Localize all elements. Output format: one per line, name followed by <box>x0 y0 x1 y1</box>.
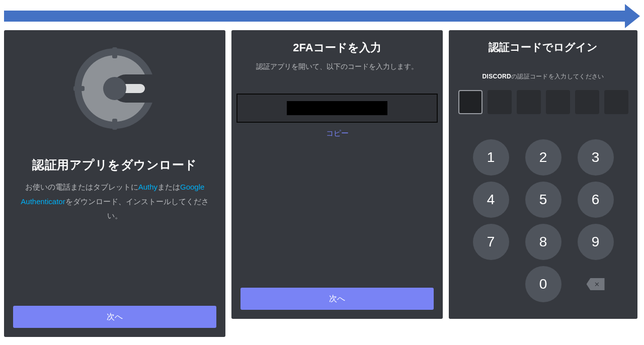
keypad-9[interactable]: 9 <box>578 224 614 260</box>
code-digit-5[interactable] <box>575 90 599 114</box>
numeric-keypad: 1234567890 <box>468 139 618 303</box>
keypad-2[interactable]: 2 <box>525 139 561 176</box>
panel1-description: お使いの電話またはタブレットにAuthyまたはGoogle Authentica… <box>4 180 225 223</box>
auth-code-redacted <box>287 101 387 115</box>
auth-code-display <box>236 94 438 123</box>
keypad-backspace[interactable] <box>578 266 614 302</box>
panel3-subtitle: DISCORDの認証コードを入力してください <box>482 72 604 81</box>
panel-enter-2fa-code: 2FAコードを入力 認証アプリを開いて、以下のコードを入力します。 コピー 次へ <box>231 30 443 319</box>
arrow-bar <box>4 11 625 22</box>
panel2-subtitle: 認証アプリを開いて、以下のコードを入力します。 <box>244 62 430 71</box>
panels-row: 認証用アプリをダウンロード お使いの電話またはタブレットにAuthyまたはGoo… <box>4 30 640 338</box>
code-digit-2[interactable] <box>488 90 512 114</box>
next-button[interactable]: 次へ <box>240 288 434 310</box>
desc-pre: お使いの電話またはタブレットに <box>25 183 138 191</box>
keypad-6[interactable]: 6 <box>578 182 614 218</box>
flow-arrow <box>4 8 640 24</box>
copy-button[interactable]: コピー <box>326 129 349 138</box>
authenticator-icon <box>69 43 160 134</box>
keypad-0[interactable]: 0 <box>525 266 561 302</box>
desc-mid: または <box>157 183 180 191</box>
code-digit-6[interactable] <box>604 90 628 114</box>
desc-post: をダウンロード、インストールしてください。 <box>65 197 209 220</box>
code-digit-3[interactable] <box>517 90 541 114</box>
code-digit-1[interactable] <box>458 90 482 114</box>
next-button[interactable]: 次へ <box>13 306 216 328</box>
keypad-4[interactable]: 4 <box>473 182 509 218</box>
panel-login-with-code: 認証コードでログイン DISCORDの認証コードを入力してください 123456… <box>449 30 637 319</box>
code-digit-4[interactable] <box>546 90 570 114</box>
panel3-title: 認証コードでログイン <box>489 40 598 54</box>
backspace-icon <box>587 278 605 290</box>
link-authy[interactable]: Authy <box>138 183 157 191</box>
subtitle-rest: の認証コードを入力してください <box>511 73 604 80</box>
keypad-7[interactable]: 7 <box>473 224 509 260</box>
keypad-5[interactable]: 5 <box>525 182 561 218</box>
keypad-3[interactable]: 3 <box>578 139 614 176</box>
keypad-spacer <box>473 266 509 302</box>
panel2-title: 2FAコードを入力 <box>293 40 381 55</box>
code-digit-boxes <box>458 90 628 114</box>
panel-download-auth-app: 認証用アプリをダウンロード お使いの電話またはタブレットにAuthyまたはGoo… <box>4 30 225 337</box>
keypad-1[interactable]: 1 <box>473 139 509 176</box>
panel1-title: 認証用アプリをダウンロード <box>32 157 197 173</box>
arrow-head-icon <box>625 4 640 28</box>
brand-name: DISCORD <box>482 73 511 80</box>
keypad-8[interactable]: 8 <box>525 224 561 260</box>
